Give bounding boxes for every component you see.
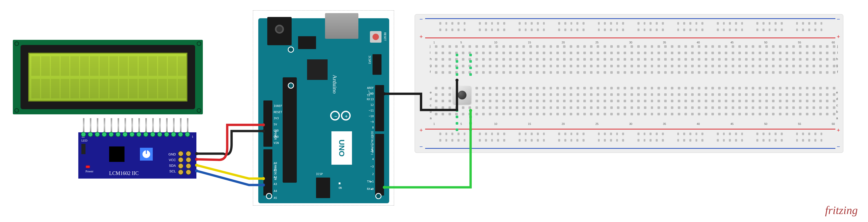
- pad-gnd-ext: [186, 151, 191, 157]
- arduino-uno-outline: RESET ICSP2 − + UNO Arduino ICSP ON ■ PO…: [253, 10, 394, 205]
- power-header: [264, 101, 272, 147]
- pin-label-ioref: IOREF: [274, 104, 282, 108]
- tie-point: [469, 129, 472, 131]
- tie-point: [456, 122, 458, 124]
- tie-point: [456, 73, 458, 76]
- pin-label: ~5: [370, 150, 374, 154]
- tie-point: [456, 109, 458, 112]
- pin-label-a2: A2: [274, 175, 277, 179]
- mount-hole: [288, 82, 294, 89]
- pin-label-3v3: 3V3: [274, 117, 279, 120]
- i2c-chip: [109, 146, 125, 162]
- arduino-uno: RESET ICSP2 − + UNO Arduino ICSP ON ■ PO…: [258, 18, 389, 203]
- analog-header: [264, 149, 272, 196]
- tie-point: [469, 116, 472, 118]
- tie-point: [456, 116, 458, 118]
- tie-point: [456, 66, 458, 69]
- tie-point: [469, 122, 472, 124]
- pin-label: 13: [370, 98, 374, 101]
- mount-hole: [288, 47, 294, 53]
- pin-label-a1: A1: [274, 169, 277, 172]
- pad-sda-ext: [186, 163, 191, 169]
- uno-label: UNO: [332, 131, 352, 165]
- pin-label: 4: [372, 158, 374, 161]
- pin-label: ~9: [370, 120, 374, 123]
- i2c-header-pins: [78, 117, 196, 132]
- i2c-lcm1602-module: Power 16 LED 1 LCM1602 IIC GND VCC SDA S…: [78, 132, 196, 178]
- pin1-label: 1: [192, 135, 193, 139]
- tie-point: [456, 54, 458, 56]
- pin-label: 7: [372, 135, 374, 138]
- pin-label: ~3: [370, 165, 374, 168]
- pad-gnd: [178, 151, 184, 157]
- mount-hole: [266, 193, 272, 199]
- tactile-pushbutton: [453, 86, 471, 104]
- pin-label: ~6: [370, 143, 374, 146]
- arduino-brand: Arduino: [332, 75, 338, 93]
- tie-point: [469, 54, 472, 56]
- pin-label: ~10: [369, 115, 374, 118]
- pin-gnd-label: GND: [165, 152, 176, 156]
- pin-label: AREF: [367, 86, 374, 90]
- tie-point: [469, 73, 472, 76]
- mount-hole: [14, 108, 19, 113]
- pin-label-a3: A3: [274, 183, 277, 186]
- pin-label-gnd: GND: [274, 129, 279, 132]
- pad-sda: [178, 163, 184, 169]
- icsp2-header: [373, 54, 381, 75]
- pin-vcc-label: VCC: [165, 158, 176, 162]
- pin-label-5v: 5V: [274, 123, 277, 126]
- pad-vcc: [178, 157, 184, 163]
- digital-header-low: [375, 134, 384, 196]
- module-name: LCM1602 IIC: [109, 170, 138, 176]
- pin-label: TX▶1: [367, 180, 374, 183]
- pin-label-reset: RESET: [274, 110, 282, 114]
- mount-hole: [375, 193, 381, 199]
- digital-header-high: [375, 85, 384, 131]
- power-led: [86, 166, 90, 168]
- pin-label-a0: A0: [274, 162, 277, 165]
- pin-label: ~11: [369, 109, 374, 112]
- power-label: Power: [86, 170, 93, 173]
- tie-point: [456, 129, 458, 131]
- icsp2-label: ICSP2: [368, 55, 371, 64]
- usb-port: [325, 13, 359, 39]
- lcd-16x2: [13, 40, 203, 114]
- contrast-pot: [140, 148, 153, 161]
- lcd-bezel: [21, 45, 195, 109]
- pad-vcc-ext: [186, 157, 191, 163]
- reset-label: RESET: [383, 32, 386, 41]
- pin-label: 12: [370, 103, 374, 107]
- arduino-logo-icon: − +: [330, 108, 353, 123]
- mount-hole: [197, 108, 201, 113]
- tie-point: [456, 60, 458, 63]
- atmega16u2: [307, 59, 328, 80]
- bot-neg-rail-line: [425, 148, 835, 149]
- button-cap: [458, 91, 466, 100]
- tie-point: [469, 60, 472, 63]
- top-pos-rail-line: [425, 37, 835, 38]
- lcd-screen: [28, 53, 187, 102]
- led-jumper: [82, 144, 86, 154]
- tie-point: [469, 109, 472, 112]
- pin-label: 2: [372, 172, 374, 176]
- top-neg-rail-line: [425, 18, 835, 19]
- pad-scl-ext: [186, 169, 191, 175]
- rx-silk: RX: [367, 98, 370, 101]
- bot-pos-rail-line: [425, 129, 835, 130]
- fritzing-diagram: Power 16 LED 1 LCM1602 IIC GND VCC SDA S…: [0, 0, 868, 222]
- fritzing-watermark: fritzing: [825, 204, 858, 217]
- power-jack: [267, 17, 292, 45]
- pin-label: RX◀0: [367, 187, 374, 191]
- pin-sda-label: SDA: [165, 164, 176, 168]
- breadboard-terminal-strips: [428, 45, 835, 122]
- pin-label-gnd: GND: [274, 135, 279, 138]
- on-label: ON: [339, 187, 342, 189]
- reset-button: [370, 31, 381, 43]
- mount-hole: [197, 41, 201, 46]
- pin-label-a4: A4: [274, 189, 277, 193]
- mount-hole: [14, 41, 19, 46]
- voltage-regulator: [298, 36, 316, 49]
- pin-label-vin: VIN: [274, 141, 279, 145]
- pin-scl-label: SCL: [165, 169, 176, 173]
